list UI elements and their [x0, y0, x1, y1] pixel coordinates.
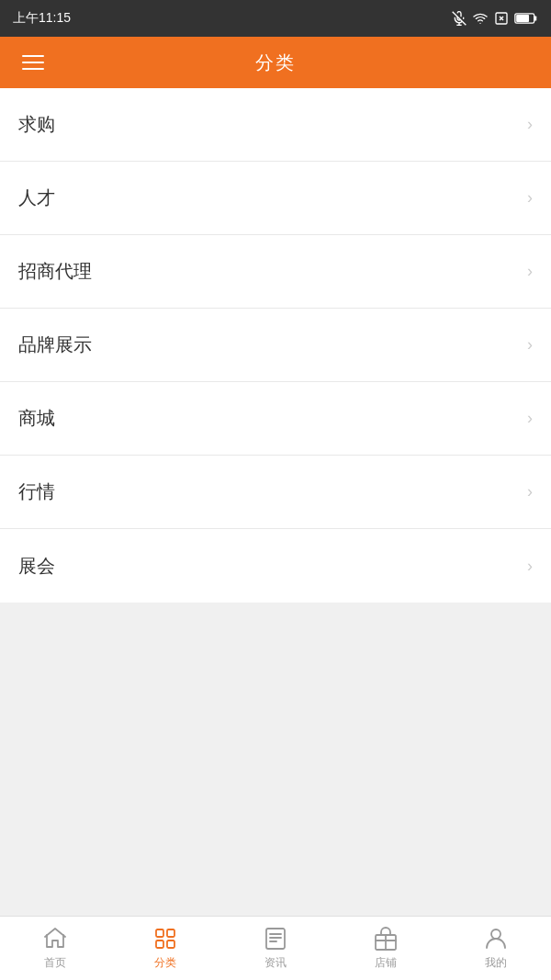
hamburger-line-2	[22, 62, 44, 63]
status-time: 上午11:15	[13, 10, 71, 27]
svg-point-21	[491, 929, 500, 939]
status-bar: 上午11:15	[0, 0, 551, 37]
category-icon	[152, 926, 178, 952]
nav-item-news[interactable]: 资讯	[220, 917, 331, 980]
svg-rect-13	[167, 941, 174, 948]
nav-item-shop[interactable]: 店铺	[331, 917, 441, 980]
menu-item-hangqing[interactable]: 行情 ›	[0, 456, 551, 529]
shop-icon	[373, 926, 399, 952]
menu-item-zhanhui[interactable]: 展会 ›	[0, 529, 551, 603]
hamburger-line-1	[22, 55, 44, 57]
menu-item-zhaoshang[interactable]: 招商代理 ›	[0, 235, 551, 309]
chevron-icon-zhaoshang: ›	[527, 262, 533, 281]
nav-label-news: 资讯	[264, 955, 287, 971]
user-icon	[483, 926, 509, 952]
chevron-icon-pinpai: ›	[527, 335, 533, 355]
nav-label-shop: 店铺	[375, 955, 397, 971]
nav-item-home[interactable]: 首页	[0, 917, 110, 980]
nav-label-mine: 我的	[485, 955, 507, 971]
chevron-icon-shangcheng: ›	[527, 409, 533, 428]
menu-label-zhanhui: 展会	[18, 554, 55, 579]
bottom-navigation: 首页 分类 资讯 店铺	[0, 916, 551, 980]
chevron-icon-zhanhui: ›	[527, 557, 533, 576]
menu-label-hangqing: 行情	[18, 479, 55, 504]
page-title: 分类	[255, 51, 296, 75]
home-icon	[42, 926, 68, 952]
header: 分类	[0, 37, 551, 88]
nav-label-home: 首页	[44, 955, 66, 971]
svg-rect-11	[167, 929, 174, 937]
chevron-icon-rencai: ›	[527, 188, 533, 208]
svg-rect-10	[156, 929, 163, 937]
menu-label-pinpai: 品牌展示	[18, 332, 92, 357]
menu-label-shangcheng: 商城	[18, 406, 55, 431]
menu-label-rencai: 人才	[18, 186, 55, 210]
svg-rect-9	[534, 16, 537, 20]
signal-icon	[494, 11, 509, 26]
svg-rect-14	[266, 929, 285, 949]
menu-label-qiugou: 求购	[18, 112, 55, 137]
mute-icon	[452, 11, 467, 26]
nav-label-category: 分类	[154, 955, 176, 971]
menu-item-rencai[interactable]: 人才 ›	[0, 162, 551, 235]
battery-icon	[514, 11, 538, 26]
wifi-icon	[472, 11, 489, 26]
menu-item-pinpai[interactable]: 品牌展示 ›	[0, 309, 551, 382]
menu-item-qiugou[interactable]: 求购 ›	[0, 88, 551, 162]
svg-rect-8	[516, 15, 529, 22]
status-icons	[452, 11, 538, 26]
svg-rect-12	[156, 941, 163, 948]
menu-label-zhaoshang: 招商代理	[18, 259, 92, 284]
hamburger-line-3	[22, 68, 44, 70]
news-icon	[263, 926, 288, 952]
menu-item-shangcheng[interactable]: 商城 ›	[0, 382, 551, 456]
chevron-icon-hangqing: ›	[527, 482, 533, 501]
nav-item-category[interactable]: 分类	[110, 917, 220, 980]
chevron-icon-qiugou: ›	[527, 115, 533, 134]
nav-item-mine[interactable]: 我的	[441, 917, 551, 980]
content-spacer	[0, 603, 551, 916]
menu-list: 求购 › 人才 › 招商代理 › 品牌展示 › 商城 › 行情 › 展会 ›	[0, 88, 551, 603]
menu-button[interactable]	[18, 51, 48, 73]
